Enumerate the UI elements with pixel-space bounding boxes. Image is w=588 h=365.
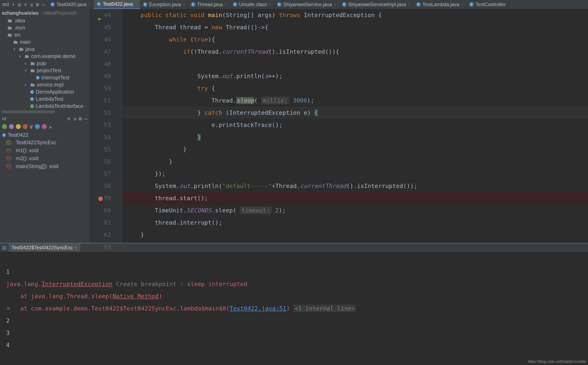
tab-unsafe[interactable]: Unsafe.class× [230, 0, 274, 9]
fold-cell[interactable] [114, 119, 122, 131]
breakpoint-icon[interactable] [98, 197, 103, 201]
tree-row[interactable]: ▸🖿pojo [0, 60, 90, 67]
close-icon[interactable]: × [224, 2, 227, 7]
fold-cell[interactable] [114, 143, 122, 155]
structure-member[interactable]: ⓒ Test0422SyncExc [0, 139, 90, 147]
line-number[interactable]: 59 [90, 192, 111, 204]
code-line[interactable]: Thread thread = new Thread(()->{ [122, 21, 588, 33]
create-breakpoint-link[interactable]: Create breakpoint [116, 281, 176, 288]
divide-icon[interactable]: ÷ [24, 1, 27, 7]
exception-class-link[interactable]: InterruptedException [42, 281, 113, 288]
code-line[interactable]: System.out.println(a++); [122, 70, 588, 82]
close-icon[interactable]: × [269, 2, 271, 7]
code-line[interactable]: TimeUnit.SECONDS.sleep( timeout: 2); [122, 204, 588, 217]
line-number[interactable]: 46 [90, 33, 111, 46]
tree-row[interactable]: ▾🖿projectTest [0, 67, 90, 74]
filter-dot-icon[interactable] [42, 124, 47, 129]
line-number[interactable]: 62 [90, 229, 111, 241]
console-tab[interactable]: Test0422$Test0422SyncExc× [9, 244, 80, 252]
collapse-icon[interactable]: ⇲ [73, 116, 76, 122]
stack-source-link[interactable]: Test0422.java:51 [230, 305, 286, 312]
tree-arrow-icon[interactable]: ▸ [25, 83, 28, 87]
line-number[interactable]: 57 [90, 168, 111, 180]
code-line[interactable]: try { [122, 82, 588, 94]
tree-row[interactable]: ▾🖿java [0, 46, 90, 53]
minimize-icon[interactable]: — [84, 116, 88, 122]
expand-icon[interactable]: ⇱ [68, 116, 71, 122]
tab-test0420[interactable]: Test0420.java× [47, 0, 94, 9]
fold-cell[interactable] [114, 155, 122, 168]
tab-shiyanweiserviceimpl[interactable]: ShiyanweiServiceImpl.java× [339, 0, 413, 9]
tab-testcontroller[interactable]: TestController [466, 0, 508, 9]
fold-cell[interactable] [114, 58, 122, 70]
fold-cell[interactable] [114, 33, 122, 46]
fold-cell[interactable] [114, 241, 122, 253]
structure-member[interactable]: ⓜ m1(): void [0, 147, 90, 154]
close-icon[interactable]: × [135, 1, 137, 7]
tab-shiyanweiservice[interactable]: ShiyanweiService.java× [274, 0, 339, 9]
line-number[interactable]: 58 [90, 180, 111, 192]
line-number[interactable]: 44▶ [90, 9, 111, 21]
console-output[interactable]: 1 java.lang.InterruptedException Create … [0, 252, 588, 365]
line-number[interactable]: 52 [90, 107, 111, 119]
code-line[interactable] [122, 58, 588, 70]
code-line[interactable]: e.printStackTrace(); [122, 119, 588, 131]
code-editor[interactable]: 44▶4546474849505152535455565758596061626… [90, 9, 588, 243]
tree-row[interactable]: LambdaTestInterface [0, 103, 90, 110]
code-line[interactable]: if(!Thread.currentThread().isInterrupted… [122, 46, 588, 58]
line-number[interactable]: 63 [90, 241, 111, 253]
line-number[interactable]: 53 [90, 119, 111, 131]
close-icon[interactable]: × [88, 2, 91, 7]
fold-cell[interactable] [114, 82, 122, 94]
structure-member[interactable]: ⓜ main(String[]): void [0, 162, 90, 170]
fold-cell[interactable] [114, 192, 122, 204]
fold-cell[interactable] [114, 217, 122, 229]
structure-tree[interactable]: Test0422 ⓒ Test0422SyncExc ⓜ m1(): void … [0, 131, 90, 170]
line-number[interactable]: 56 [90, 155, 111, 168]
tree-row[interactable]: 🖿.mvn [0, 24, 90, 31]
line-number[interactable]: 50 [90, 82, 111, 94]
filter-icon[interactable]: ¥ [30, 124, 33, 130]
tree-row[interactable]: interruptTest [0, 74, 90, 81]
tree-arrow-icon[interactable]: ▾ [25, 68, 28, 73]
pin-icon[interactable]: ⇲ [30, 1, 33, 7]
tree-row[interactable]: ▾🖿com.example.demo [0, 53, 90, 60]
line-number[interactable]: 51 [90, 94, 111, 107]
code-line[interactable]: } [122, 131, 588, 143]
filter-dot-icon[interactable] [23, 124, 28, 129]
minimize-icon[interactable]: — [42, 1, 45, 7]
tab-test0422[interactable]: Test0422.java× [94, 0, 140, 9]
tree-row[interactable]: LambdaTest [0, 95, 90, 103]
fold-cell[interactable] [114, 229, 122, 241]
line-number[interactable]: 55 [90, 143, 111, 155]
line-number[interactable]: 60 [90, 204, 111, 217]
fold-cell[interactable] [114, 21, 122, 33]
fold-gutter[interactable] [114, 9, 122, 243]
code-line[interactable]: } catch (InterruptedException e) { [122, 107, 588, 119]
tree-row[interactable]: 🖿main [0, 38, 90, 46]
close-icon[interactable]: × [334, 2, 336, 7]
tree-row[interactable]: DemoApplication [0, 88, 90, 95]
line-number[interactable]: 54 [90, 131, 111, 143]
code-line[interactable]: }); [122, 168, 588, 180]
more-icon[interactable]: » [49, 124, 52, 130]
fold-cell[interactable] [114, 131, 122, 143]
tree-row[interactable]: 🖿.idea [0, 17, 90, 24]
line-number[interactable]: 45 [90, 21, 111, 33]
fold-cell[interactable] [114, 94, 122, 107]
internal-lines[interactable]: <1 internal line> [293, 305, 356, 312]
code-line[interactable]: public static void main(String[] args) t… [122, 9, 588, 21]
filter-dot-icon[interactable] [16, 124, 21, 129]
close-icon[interactable]: × [461, 2, 463, 7]
tree-arrow-icon[interactable]: ▸ [25, 61, 28, 66]
tab-thread[interactable]: Thread.java× [188, 0, 230, 9]
expand-icon[interactable]: ⊞ [7, 302, 10, 315]
code-line[interactable]: } [122, 143, 588, 155]
fold-cell[interactable] [114, 70, 122, 82]
chevron-down-icon[interactable]: ▾ [12, 1, 15, 7]
gear-icon[interactable]: ⚙ [36, 1, 39, 7]
fold-cell[interactable] [114, 168, 122, 180]
tree-arrow-icon[interactable]: ▾ [19, 54, 23, 59]
code-area[interactable]: public static void main(String[] args) t… [122, 9, 588, 243]
horizontal-scrollbar[interactable] [1, 111, 55, 113]
